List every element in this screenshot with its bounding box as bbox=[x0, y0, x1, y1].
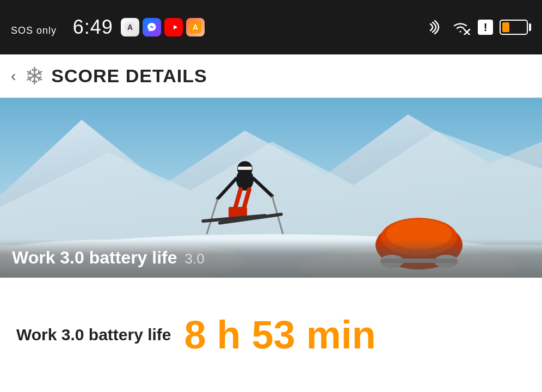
back-arrow-icon[interactable]: ‹ bbox=[11, 68, 16, 85]
arc-app-icon: A bbox=[121, 18, 139, 36]
messenger-app-icon bbox=[143, 18, 161, 36]
score-value: 8 h 53 min bbox=[184, 315, 376, 354]
hero-title-sub: 3.0 bbox=[185, 250, 205, 267]
hero-caption: Work 3.0 battery life 3.0 bbox=[0, 239, 542, 278]
score-header: ‹ ❄ SCORE DETAILS bbox=[0, 54, 542, 98]
clock-time: 6:49 bbox=[73, 16, 113, 38]
battery-tip bbox=[529, 23, 531, 31]
score-section: Work 3.0 battery life 8 h 53 min bbox=[0, 278, 542, 392]
status-right: ! bbox=[427, 17, 531, 37]
hero-title-main: Work 3.0 battery life bbox=[12, 248, 177, 268]
alert-icon: ! bbox=[478, 20, 493, 35]
main-content: ‹ ❄ SCORE DETAILS bbox=[0, 54, 542, 392]
battery-indicator bbox=[500, 20, 531, 35]
svg-text:A: A bbox=[193, 23, 198, 32]
status-bar: SOS only 6:49 A A bbox=[0, 0, 542, 54]
nfc-icon bbox=[427, 19, 443, 35]
youtube-app-icon bbox=[164, 18, 183, 36]
arc2-app-icon: A bbox=[186, 18, 205, 36]
status-left: SOS only 6:49 A A bbox=[11, 16, 205, 39]
hero-image: Work 3.0 battery life 3.0 bbox=[0, 98, 542, 278]
battery-body bbox=[500, 20, 528, 35]
svg-rect-17 bbox=[238, 167, 252, 170]
sos-label: SOS only bbox=[11, 25, 57, 36]
sos-time-display: SOS only 6:49 bbox=[11, 16, 113, 39]
battery-fill bbox=[502, 22, 509, 32]
svg-rect-24 bbox=[229, 207, 238, 218]
page-title: SCORE DETAILS bbox=[51, 65, 207, 87]
wifi-icon bbox=[449, 17, 471, 37]
notification-icons: A A bbox=[121, 18, 205, 36]
svg-text:A: A bbox=[127, 23, 133, 32]
snowflake-icon: ❄ bbox=[24, 62, 45, 90]
score-label: Work 3.0 battery life bbox=[16, 326, 171, 344]
